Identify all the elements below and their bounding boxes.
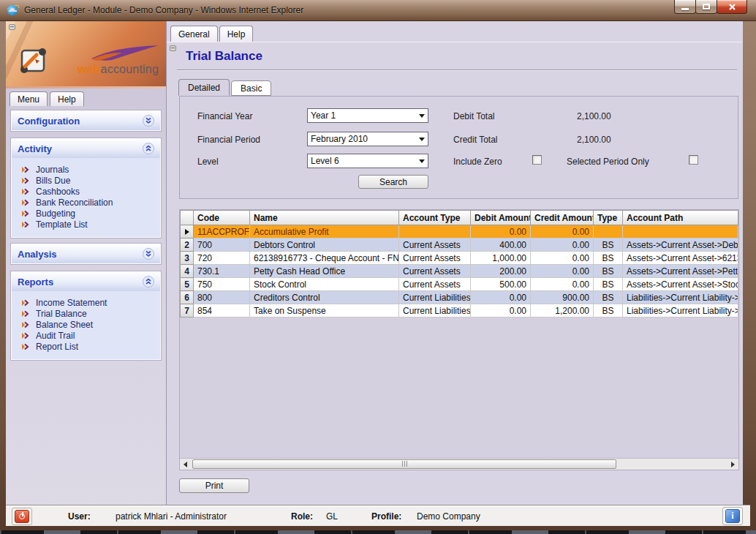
section-analysis-header[interactable]: Analysis bbox=[12, 244, 160, 263]
financial-period-value: February 2010 bbox=[308, 134, 416, 144]
chevron-double-up-icon[interactable] bbox=[143, 276, 154, 287]
cell-credit: 900.00 bbox=[531, 291, 594, 304]
table-row[interactable]: 2 700 Debtors Control Current Assets 400… bbox=[181, 238, 738, 252]
row-number: 6 bbox=[181, 291, 194, 304]
col-credit-amount: Credit Amount bbox=[531, 211, 594, 225]
sidebar: webaccounting Menu Help Configuration Ac… bbox=[6, 21, 167, 505]
print-button-label: Print bbox=[205, 481, 224, 491]
table-row[interactable]: 7 854 Take on Suspense Current Liabiliti… bbox=[181, 304, 738, 317]
maximize-button[interactable] bbox=[695, 0, 717, 14]
financial-year-select[interactable]: Year 1 bbox=[307, 108, 428, 123]
table-row[interactable]: 5 750 Stock Control Current Assets 500.0… bbox=[181, 278, 738, 291]
col-name: Name bbox=[250, 211, 399, 225]
selected-period-only-checkbox[interactable] bbox=[689, 155, 698, 165]
close-button[interactable] bbox=[717, 0, 747, 14]
sidebar-item-journals[interactable]: Journals bbox=[12, 164, 160, 175]
financial-period-select[interactable]: February 2010 bbox=[307, 132, 428, 146]
tab-help[interactable]: Help bbox=[219, 26, 254, 42]
sidebar-item-report-list[interactable]: Report List bbox=[12, 341, 160, 352]
sidebar-item-income-statement[interactable]: Income Statement bbox=[12, 297, 160, 308]
webaccounting-logo: webaccounting bbox=[6, 21, 166, 86]
sidebar-item-bills-due[interactable]: Bills Due bbox=[12, 175, 160, 186]
cell-type: BS bbox=[594, 238, 623, 252]
scrollbar-track[interactable] bbox=[191, 459, 727, 470]
print-button[interactable]: Print bbox=[179, 478, 249, 493]
cell-credit: 0.00 bbox=[531, 278, 594, 291]
table-row[interactable]: 6 800 Creditors Control Current Liabilit… bbox=[181, 291, 738, 304]
credit-total-value: 2,100.00 bbox=[577, 135, 611, 145]
tab-general[interactable]: General bbox=[170, 26, 218, 42]
cell-account-type: Current Assets bbox=[399, 238, 471, 252]
cell-type: BS bbox=[594, 278, 623, 291]
section-configuration-header[interactable]: Configuration bbox=[12, 111, 160, 130]
chevron-down-icon bbox=[416, 159, 428, 163]
nav-arrow-icon bbox=[21, 221, 29, 228]
sidebar-item-cashbooks[interactable]: Cashbooks bbox=[12, 186, 160, 197]
financial-period-label: Financial Period bbox=[197, 135, 260, 145]
scroll-left-button[interactable] bbox=[180, 459, 191, 470]
search-button[interactable]: Search bbox=[358, 175, 428, 189]
status-bar: User: patrick Mhlari - Administrator Rol… bbox=[6, 505, 750, 526]
col-code: Code bbox=[194, 211, 250, 225]
include-zero-checkbox[interactable] bbox=[532, 155, 542, 165]
profile-value: Demo Company bbox=[417, 511, 480, 522]
chevron-double-up-icon[interactable] bbox=[143, 143, 154, 154]
cell-name: Debtors Control bbox=[250, 238, 399, 252]
view-tabs: Detailed Basic bbox=[178, 79, 273, 96]
menu-tab[interactable]: Menu bbox=[10, 91, 48, 106]
row-number: 3 bbox=[181, 252, 194, 265]
tab-basic[interactable]: Basic bbox=[231, 80, 271, 96]
cell-type: BS bbox=[594, 252, 623, 265]
row-selector-arrow-icon bbox=[185, 229, 189, 235]
cell-path: Assets->Current Asset->6213 bbox=[623, 252, 738, 265]
include-zero-label: Include Zero bbox=[453, 157, 502, 167]
logout-button[interactable] bbox=[12, 508, 32, 525]
sidebar-item-balance-sheet[interactable]: Balance Sheet bbox=[12, 319, 160, 330]
search-button-label: Search bbox=[379, 177, 407, 187]
sidebar-item-budgeting[interactable]: Budgeting bbox=[12, 208, 160, 219]
title-divider bbox=[177, 69, 737, 70]
help-tab-sidebar[interactable]: Help bbox=[50, 91, 84, 106]
section-label: Activity bbox=[18, 143, 52, 154]
scroll-right-button[interactable] bbox=[727, 459, 738, 470]
cell-credit: 0.00 bbox=[531, 252, 594, 265]
cell-debit: 400.00 bbox=[471, 238, 531, 252]
row-number: 5 bbox=[181, 278, 194, 291]
cell-code: 730.1 bbox=[194, 265, 250, 278]
minimize-button[interactable] bbox=[674, 0, 696, 14]
close-icon bbox=[728, 3, 736, 11]
section-activity-header[interactable]: Activity bbox=[12, 139, 160, 158]
horizontal-scrollbar bbox=[180, 458, 738, 470]
cell-account-type: Current Assets bbox=[399, 265, 471, 278]
cell-credit: 1,200.00 bbox=[531, 304, 594, 317]
row-number: 2 bbox=[181, 238, 194, 252]
cell-credit: 0.00 bbox=[531, 225, 594, 238]
collapse-widget-icon[interactable] bbox=[9, 24, 15, 30]
menu-tab-label: Menu bbox=[18, 94, 39, 105]
cell-name: Stock Control bbox=[250, 278, 399, 291]
table-row[interactable]: 11ACCPROF Accumulative Profit 0.00 0.00 bbox=[181, 225, 738, 238]
sidebar-item-audit-trail[interactable]: Audit Trail bbox=[12, 330, 160, 341]
section-reports-header[interactable]: Reports bbox=[12, 272, 160, 291]
role-value: GL bbox=[326, 511, 338, 522]
table-row[interactable]: 4 730.1 Petty Cash Head Office Current A… bbox=[181, 265, 738, 278]
nav-arrow-icon bbox=[21, 310, 29, 317]
level-select[interactable]: Level 6 bbox=[307, 154, 428, 168]
sidebar-item-label: Trial Balance bbox=[36, 309, 87, 319]
results-grid: Code Name Account Type Debit Amount Cred… bbox=[179, 209, 739, 470]
cell-account-type: Current Liabilities bbox=[399, 304, 471, 317]
chevron-double-down-icon[interactable] bbox=[143, 248, 154, 260]
collapse-widget-icon[interactable] bbox=[170, 45, 176, 51]
info-button[interactable]: i bbox=[722, 507, 743, 525]
sidebar-item-template-list[interactable]: Template List bbox=[12, 219, 160, 230]
tab-detailed[interactable]: Detailed bbox=[178, 79, 230, 96]
scrollbar-thumb[interactable] bbox=[192, 459, 616, 469]
scrollbar-grip-icon bbox=[404, 461, 405, 467]
table-row[interactable]: 3 720 62138916773 - Cheque Account - FNB… bbox=[181, 252, 738, 265]
sidebar-item-trial-balance[interactable]: Trial Balance bbox=[12, 308, 160, 319]
selected-period-only-label: Selected Period Only bbox=[567, 157, 649, 167]
chevron-double-down-icon[interactable] bbox=[143, 115, 154, 127]
cell-debit: 0.00 bbox=[471, 291, 531, 304]
scroll-pen-icon bbox=[18, 45, 51, 77]
sidebar-item-bank-reconciliation[interactable]: Bank Reconciliation bbox=[12, 197, 160, 208]
